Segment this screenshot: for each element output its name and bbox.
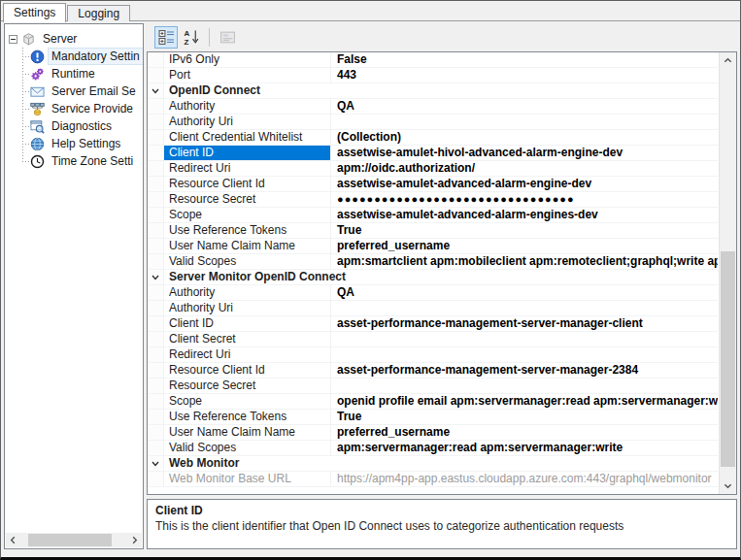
tree-node-service-provide[interactable]: Service Provide bbox=[17, 100, 143, 117]
property-row[interactable]: AuthorityQA bbox=[148, 285, 718, 301]
tree-node-diagnostics[interactable]: Diagnostics bbox=[17, 117, 143, 135]
property-value[interactable]: (Collection) bbox=[331, 130, 718, 145]
property-name[interactable]: Client Secret bbox=[164, 332, 331, 346]
property-value[interactable]: assetwise-amulet-hivol-advanced-alarm-en… bbox=[331, 146, 718, 160]
property-value[interactable] bbox=[331, 332, 718, 346]
property-value[interactable]: asset-performance-management-server-mana… bbox=[331, 363, 718, 378]
property-value[interactable] bbox=[331, 301, 718, 315]
property-name[interactable]: Use Reference Tokens bbox=[164, 223, 331, 238]
category-row[interactable]: Server Monitor OpenID Connect bbox=[148, 270, 718, 285]
property-row[interactable]: Web Monitor Base URLhttps://apm4pp-app.e… bbox=[148, 472, 718, 487]
property-name[interactable]: Client Credential Whitelist bbox=[164, 130, 331, 145]
tree-node-help-settings[interactable]: Help Settings bbox=[17, 135, 143, 152]
property-value[interactable]: https://apm4pp-app.eastus.cloudapp.azure… bbox=[331, 472, 718, 486]
property-row[interactable]: Redirect Uri bbox=[148, 347, 718, 363]
property-row[interactable]: AuthorityQA bbox=[148, 99, 718, 115]
alphabetical-sort-button[interactable]: AZ bbox=[180, 26, 203, 49]
property-name[interactable]: Authority Uri bbox=[164, 301, 331, 315]
tab-logging[interactable]: Logging bbox=[67, 5, 130, 21]
scroll-left-arrow-icon[interactable] bbox=[6, 533, 20, 547]
property-row[interactable]: Scopeassetwise-amulet-advanced-alarm-eng… bbox=[148, 208, 718, 223]
property-name[interactable]: Scope bbox=[164, 208, 331, 222]
property-name[interactable]: User Name Claim Name bbox=[164, 239, 331, 253]
chevron-down-icon[interactable] bbox=[148, 270, 164, 284]
property-row[interactable]: Client IDassetwise-amulet-hivol-advanced… bbox=[148, 146, 718, 161]
property-name[interactable]: Client ID bbox=[164, 146, 331, 160]
property-name[interactable]: Resource Secret bbox=[164, 379, 331, 393]
property-name[interactable]: Authority Uri bbox=[164, 115, 331, 129]
property-name[interactable]: Authority bbox=[164, 99, 331, 114]
property-name[interactable]: Scope bbox=[164, 394, 331, 409]
property-name[interactable]: Client ID bbox=[164, 316, 331, 331]
category-row[interactable]: OpenID Connect bbox=[148, 83, 718, 99]
categorized-button[interactable] bbox=[154, 26, 178, 49]
property-row[interactable]: Valid Scopesapm:smartclient apm:mobilecl… bbox=[148, 254, 718, 270]
scroll-right-arrow-icon[interactable] bbox=[127, 533, 142, 547]
tab-settings[interactable]: Settings bbox=[3, 3, 66, 22]
property-value[interactable]: QA bbox=[331, 285, 718, 300]
collapse-expander-icon[interactable] bbox=[9, 35, 17, 44]
property-name[interactable]: Web Monitor Base URL bbox=[164, 472, 331, 486]
property-row[interactable]: Authority Uri bbox=[148, 115, 718, 130]
tree-node-server-email-se[interactable]: Server Email Se bbox=[17, 82, 143, 100]
grid-vertical-scrollbar[interactable] bbox=[719, 52, 736, 494]
property-name[interactable]: Port bbox=[164, 68, 331, 82]
property-row[interactable]: Redirect Uriapm://oidc.authorization/ bbox=[148, 161, 718, 177]
scroll-thumb[interactable] bbox=[721, 251, 735, 467]
property-value[interactable]: assetwise-amulet-advanced-alarm-engine-d… bbox=[331, 177, 718, 191]
property-value[interactable]: preferred_username bbox=[331, 425, 718, 440]
property-row[interactable]: Resource Client Idassetwise-amulet-advan… bbox=[148, 177, 718, 192]
property-value[interactable] bbox=[331, 347, 718, 362]
property-value[interactable]: apm://oidc.authorization/ bbox=[331, 161, 718, 176]
property-row[interactable]: Use Reference TokensTrue bbox=[148, 223, 718, 239]
property-name[interactable]: IPv6 Only bbox=[164, 52, 331, 67]
property-row[interactable]: Authority Uri bbox=[148, 301, 718, 316]
property-name[interactable]: Authority bbox=[164, 285, 331, 300]
property-value[interactable]: True bbox=[331, 410, 718, 424]
category-row[interactable]: Web Monitor bbox=[148, 456, 718, 472]
property-name[interactable]: Resource Secret bbox=[164, 192, 331, 207]
property-value[interactable]: preferred_username bbox=[331, 239, 718, 253]
tree-node-mandatory-settin[interactable]: Mandatory Settin bbox=[17, 48, 143, 65]
property-value[interactable]: apm:servermanager:read apm:servermanager… bbox=[331, 441, 718, 455]
property-name[interactable]: Resource Client Id bbox=[164, 177, 331, 191]
property-row[interactable]: Scopeopenid profile email apm:servermana… bbox=[148, 394, 718, 410]
property-row[interactable]: Client IDasset-performance-management-se… bbox=[148, 316, 718, 332]
property-row[interactable]: Valid Scopesapm:servermanager:read apm:s… bbox=[148, 441, 718, 456]
property-row[interactable]: Resource Secret bbox=[148, 379, 718, 394]
tree-node-server[interactable]: Server bbox=[9, 30, 143, 48]
property-name[interactable]: Redirect Uri bbox=[164, 347, 331, 362]
property-row[interactable]: User Name Claim Namepreferred_username bbox=[148, 425, 718, 441]
property-row[interactable]: Port443 bbox=[148, 68, 718, 83]
scroll-up-arrow-icon[interactable] bbox=[720, 52, 736, 69]
property-name[interactable]: Valid Scopes bbox=[164, 254, 331, 269]
tree-node-runtime[interactable]: Runtime bbox=[17, 65, 143, 82]
property-value[interactable]: apm:smartclient apm:mobileclient apm:rem… bbox=[331, 254, 718, 269]
property-value[interactable] bbox=[331, 115, 718, 129]
property-name[interactable]: User Name Claim Name bbox=[164, 425, 331, 440]
property-value[interactable] bbox=[331, 379, 718, 393]
property-row[interactable]: Resource Secret●●●●●●●●●●●●●●●●●●●●●●●●●… bbox=[148, 192, 718, 208]
property-row[interactable]: IPv6 OnlyFalse bbox=[148, 52, 718, 68]
property-value[interactable]: openid profile email apm:servermanager:r… bbox=[331, 394, 718, 409]
property-row[interactable]: User Name Claim Namepreferred_username bbox=[148, 239, 718, 254]
property-row[interactable]: Resource Client Idasset-performance-mana… bbox=[148, 363, 718, 379]
property-name[interactable]: Valid Scopes bbox=[164, 441, 331, 455]
property-value[interactable]: False bbox=[331, 52, 718, 67]
scroll-track[interactable] bbox=[20, 533, 127, 547]
property-row[interactable]: Client Secret bbox=[148, 332, 718, 347]
scroll-down-arrow-icon[interactable] bbox=[720, 478, 736, 494]
scroll-thumb[interactable] bbox=[28, 534, 112, 546]
property-row[interactable]: Client Credential Whitelist(Collection) bbox=[148, 130, 718, 146]
property-value[interactable]: True bbox=[331, 223, 718, 238]
chevron-down-icon[interactable] bbox=[148, 456, 164, 471]
property-value[interactable]: asset-performance-management-server-mana… bbox=[331, 316, 718, 331]
tree-horizontal-scrollbar[interactable] bbox=[6, 533, 142, 547]
property-value[interactable]: 443 bbox=[331, 68, 718, 82]
chevron-down-icon[interactable] bbox=[148, 83, 164, 98]
property-row[interactable]: Use Reference TokensTrue bbox=[148, 410, 718, 425]
property-name[interactable]: Use Reference Tokens bbox=[164, 410, 331, 424]
property-name[interactable]: Redirect Uri bbox=[164, 161, 331, 176]
property-name[interactable]: Resource Client Id bbox=[164, 363, 331, 378]
property-value[interactable]: ●●●●●●●●●●●●●●●●●●●●●●●●●●●●●●●● bbox=[331, 192, 718, 207]
